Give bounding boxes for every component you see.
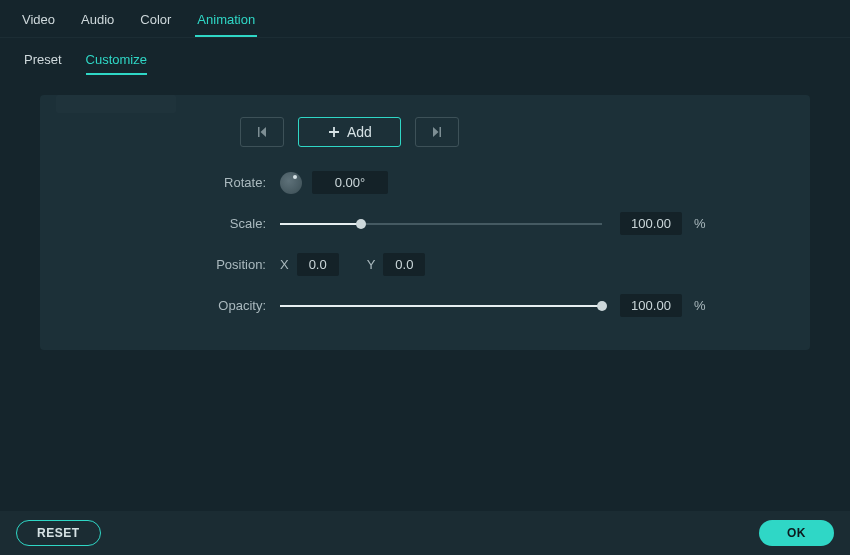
prev-keyframe-button[interactable] (240, 117, 284, 147)
tab-animation[interactable]: Animation (195, 8, 257, 37)
skip-forward-icon (430, 125, 444, 139)
scale-unit: % (694, 216, 706, 231)
rotate-value[interactable]: 0.00° (312, 171, 388, 194)
reset-button[interactable]: RESET (16, 520, 101, 546)
tab-audio[interactable]: Audio (79, 8, 116, 37)
scale-slider[interactable] (280, 217, 602, 231)
subtab-customize[interactable]: Customize (86, 52, 147, 75)
position-x-value[interactable]: 0.0 (297, 253, 339, 276)
tab-video[interactable]: Video (20, 8, 57, 37)
rotate-label: Rotate: (70, 175, 280, 190)
subtab-preset[interactable]: Preset (24, 52, 62, 75)
plus-icon (327, 125, 341, 139)
position-y-label: Y (367, 257, 376, 272)
keyframe-toolbar: Add (240, 117, 780, 147)
position-label: Position: (70, 257, 280, 272)
opacity-label: Opacity: (70, 298, 280, 313)
tab-color[interactable]: Color (138, 8, 173, 37)
opacity-slider[interactable] (280, 299, 602, 313)
animation-panel: Add Rotate: 0.00° Scale: 100.00 % Positi… (40, 95, 810, 350)
sub-tabs: Preset Customize (0, 38, 850, 85)
position-x-label: X (280, 257, 289, 272)
footer-bar: RESET OK (0, 511, 850, 555)
position-y-value[interactable]: 0.0 (383, 253, 425, 276)
add-keyframe-button[interactable]: Add (298, 117, 401, 147)
opacity-unit: % (694, 298, 706, 313)
position-row: Position: X 0.0 Y 0.0 (70, 253, 780, 276)
opacity-value[interactable]: 100.00 (620, 294, 682, 317)
next-keyframe-button[interactable] (415, 117, 459, 147)
rotate-knob[interactable] (280, 172, 302, 194)
opacity-row: Opacity: 100.00 % (70, 294, 780, 317)
scale-row: Scale: 100.00 % (70, 212, 780, 235)
scale-label: Scale: (70, 216, 280, 231)
panel-shade (56, 95, 176, 113)
scale-value[interactable]: 100.00 (620, 212, 682, 235)
add-button-label: Add (347, 124, 372, 140)
top-tabs: Video Audio Color Animation (0, 0, 850, 38)
ok-button[interactable]: OK (759, 520, 834, 546)
rotate-row: Rotate: 0.00° (70, 171, 780, 194)
skip-back-icon (255, 125, 269, 139)
